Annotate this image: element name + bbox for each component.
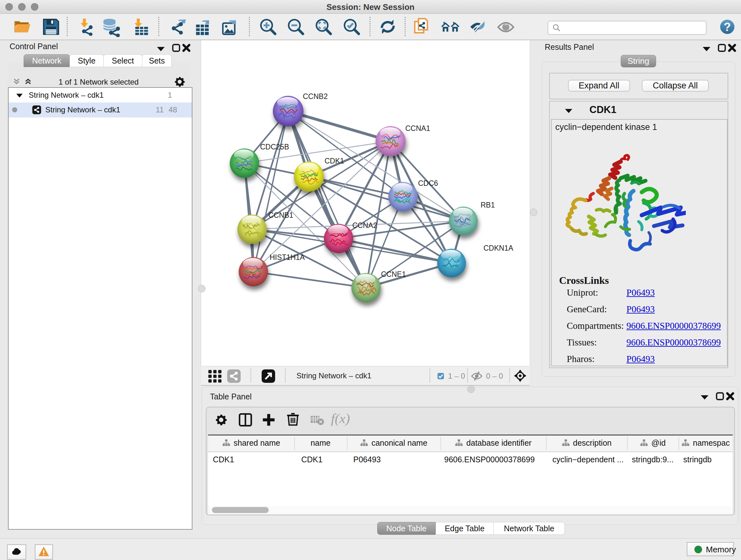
svg-text:?: ? <box>724 20 731 34</box>
svg-text:CCNE1: CCNE1 <box>381 270 406 278</box>
svg-text:RB1: RB1 <box>481 201 495 209</box>
svg-text:CCNA1: CCNA1 <box>405 124 430 132</box>
svg-text:CCNB1: CCNB1 <box>268 211 293 219</box>
svg-text:CCNA2: CCNA2 <box>352 221 377 230</box>
svg-text:CCNB2: CCNB2 <box>303 92 328 101</box>
svg-text:CDC25B: CDC25B <box>260 143 289 151</box>
svg-text:CDC6: CDC6 <box>418 179 438 187</box>
svg-text:CDK1: CDK1 <box>325 157 344 165</box>
svg-text:CDKN1A: CDKN1A <box>483 244 514 252</box>
svg-text:HIST1H1A: HIST1H1A <box>270 253 305 261</box>
